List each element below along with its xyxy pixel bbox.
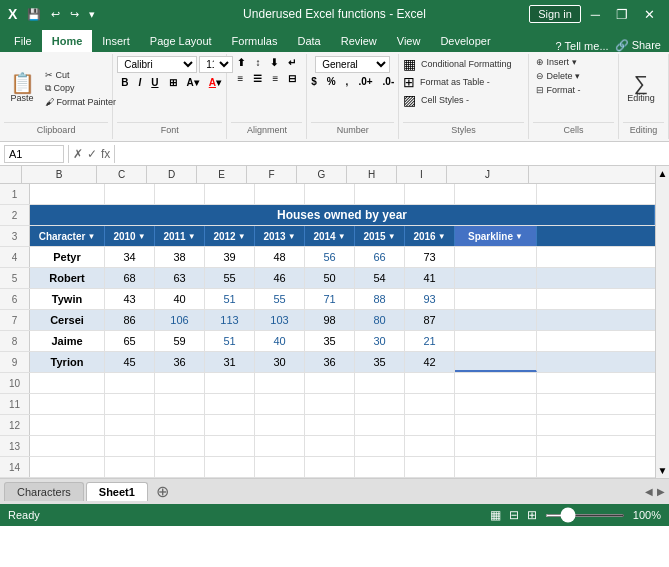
formula-input[interactable] <box>119 145 665 163</box>
cell-robert-2014[interactable]: 50 <box>305 268 355 288</box>
col-header-g[interactable]: G <box>297 166 347 183</box>
cell-tyrion-sparkline[interactable] <box>455 352 537 372</box>
cell-petyr-sparkline[interactable] <box>455 247 537 267</box>
vertical-scrollbar[interactable]: ▲ ▼ <box>655 166 669 478</box>
cell-j11[interactable] <box>455 394 537 414</box>
header-character[interactable]: Character▼ <box>30 226 105 246</box>
page-layout-view-button[interactable]: ⊟ <box>509 508 519 522</box>
cell-h1[interactable] <box>355 184 405 204</box>
cell-cersei-2014[interactable]: 98 <box>305 310 355 330</box>
cell-j13[interactable] <box>455 436 537 456</box>
header-2016[interactable]: 2016▼ <box>405 226 455 246</box>
cell-tyrion-2016[interactable]: 42 <box>405 352 455 372</box>
underline-button[interactable]: U <box>147 76 162 89</box>
editing-button[interactable]: ∑ Editing <box>623 58 659 118</box>
cell-b14[interactable] <box>30 457 105 477</box>
tab-view[interactable]: View <box>387 30 431 52</box>
2015-col-filter[interactable]: ▼ <box>388 232 396 241</box>
cell-styles-button[interactable]: Cell Styles - <box>418 94 472 106</box>
scroll-up-button[interactable]: ▲ <box>656 166 669 181</box>
sheet-scroll-left[interactable]: ◀ <box>645 486 653 497</box>
cell-f14[interactable] <box>255 457 305 477</box>
cell-c10[interactable] <box>105 373 155 393</box>
cell-reference-input[interactable] <box>4 145 64 163</box>
cell-tyrion-2012[interactable]: 31 <box>205 352 255 372</box>
align-center-button[interactable]: ☰ <box>249 72 266 85</box>
cell-b10[interactable] <box>30 373 105 393</box>
cell-c1[interactable] <box>105 184 155 204</box>
cell-b13[interactable] <box>30 436 105 456</box>
cell-petyr-2014[interactable]: 56 <box>305 247 355 267</box>
col-header-d[interactable]: D <box>147 166 197 183</box>
signin-button[interactable]: Sign in <box>529 5 581 23</box>
format-as-table-button[interactable]: Format as Table - <box>417 76 493 88</box>
decrease-decimal-button[interactable]: .0- <box>379 75 399 88</box>
delete-button[interactable]: ⊖ Delete ▾ <box>533 70 583 82</box>
header-2013[interactable]: 2013▼ <box>255 226 305 246</box>
conditional-formatting-button[interactable]: Conditional Formatting <box>418 58 515 70</box>
cell-e12[interactable] <box>205 415 255 435</box>
bold-button[interactable]: B <box>117 76 132 89</box>
cell-g12[interactable] <box>305 415 355 435</box>
cell-i10[interactable] <box>405 373 455 393</box>
tab-developer[interactable]: Developer <box>430 30 500 52</box>
cancel-formula-icon[interactable]: ✗ <box>73 147 83 161</box>
cell-petyr-2012[interactable]: 39 <box>205 247 255 267</box>
cell-i14[interactable] <box>405 457 455 477</box>
cell-d11[interactable] <box>155 394 205 414</box>
col-header-e[interactable]: E <box>197 166 247 183</box>
cell-j10[interactable] <box>455 373 537 393</box>
sheet-tab-sheet1[interactable]: Sheet1 <box>86 482 148 501</box>
cell-cersei-2010[interactable]: 86 <box>105 310 155 330</box>
page-break-view-button[interactable]: ⊞ <box>527 508 537 522</box>
cell-f10[interactable] <box>255 373 305 393</box>
cell-cersei-2011[interactable]: 106 <box>155 310 205 330</box>
cell-tyrion-2010[interactable]: 45 <box>105 352 155 372</box>
cell-robert-2015[interactable]: 54 <box>355 268 405 288</box>
cell-petyr-2015[interactable]: 66 <box>355 247 405 267</box>
2013-col-filter[interactable]: ▼ <box>288 232 296 241</box>
paste-button[interactable]: 📋 Paste <box>4 58 40 118</box>
copy-button[interactable]: ⧉ Copy <box>42 82 119 95</box>
customize-qa-icon[interactable]: ▾ <box>85 7 99 22</box>
cell-i11[interactable] <box>405 394 455 414</box>
format-button[interactable]: ⊟ Format - <box>533 84 584 96</box>
cell-name-jaime[interactable]: Jaime <box>30 331 105 351</box>
col-header-i[interactable]: I <box>397 166 447 183</box>
align-top-button[interactable]: ⬆ <box>233 56 249 69</box>
align-right-button[interactable]: ≡ <box>268 72 282 85</box>
header-2011[interactable]: 2011▼ <box>155 226 205 246</box>
cell-jaime-sparkline[interactable] <box>455 331 537 351</box>
cell-name-robert[interactable]: Robert <box>30 268 105 288</box>
border-button[interactable]: ⊞ <box>165 76 181 89</box>
cell-c14[interactable] <box>105 457 155 477</box>
save-icon[interactable]: 💾 <box>23 7 45 22</box>
undo-icon[interactable]: ↩ <box>47 7 64 22</box>
cell-jaime-2010[interactable]: 65 <box>105 331 155 351</box>
close-button[interactable]: ✕ <box>638 5 661 24</box>
cell-g1[interactable] <box>305 184 355 204</box>
tab-data[interactable]: Data <box>287 30 330 52</box>
cell-cersei-2015[interactable]: 80 <box>355 310 405 330</box>
tab-insert[interactable]: Insert <box>92 30 140 52</box>
wrap-text-button[interactable]: ↵ <box>284 56 300 69</box>
cell-name-tywin[interactable]: Tywin <box>30 289 105 309</box>
header-2014[interactable]: 2014▼ <box>305 226 355 246</box>
normal-view-button[interactable]: ▦ <box>490 508 501 522</box>
cell-tywin-2014[interactable]: 71 <box>305 289 355 309</box>
cell-b1[interactable] <box>30 184 105 204</box>
increase-decimal-button[interactable]: .0+ <box>354 75 376 88</box>
2012-col-filter[interactable]: ▼ <box>238 232 246 241</box>
cell-petyr-2016[interactable]: 73 <box>405 247 455 267</box>
cell-cersei-sparkline[interactable] <box>455 310 537 330</box>
insert-button[interactable]: ⊕ Insert ▾ <box>533 56 580 68</box>
align-bottom-button[interactable]: ⬇ <box>266 56 282 69</box>
zoom-slider[interactable] <box>545 514 625 517</box>
cell-d1[interactable] <box>155 184 205 204</box>
insert-function-icon[interactable]: fx <box>101 147 110 161</box>
comma-button[interactable]: , <box>342 75 353 88</box>
cell-jaime-2014[interactable]: 35 <box>305 331 355 351</box>
cell-tyrion-2014[interactable]: 36 <box>305 352 355 372</box>
cell-c11[interactable] <box>105 394 155 414</box>
cell-robert-2016[interactable]: 41 <box>405 268 455 288</box>
